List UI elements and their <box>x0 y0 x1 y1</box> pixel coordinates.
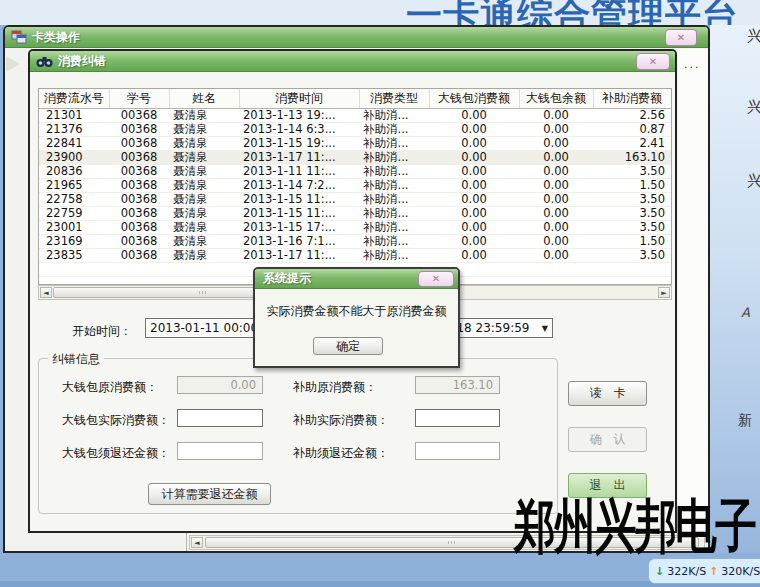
table-cell: 00368 <box>109 206 169 220</box>
column-header[interactable]: 消费类型 <box>359 89 429 108</box>
table-cell: 2013-1-17 11:... <box>239 248 359 262</box>
table-cell: 00368 <box>109 248 169 262</box>
table-header: 消费流水号学号姓名消费时间消费类型大钱包消费额大钱包余额补助消费额 <box>39 89 671 108</box>
table-row[interactable]: 2083600368聂清泉2013-1-11 11:...补助消...0.000… <box>39 164 671 178</box>
consumption-table-wrap: 消费流水号学号姓名消费时间消费类型大钱包消费额大钱包余额补助消费额 213010… <box>38 88 672 285</box>
read-card-button[interactable]: 读 卡 <box>568 381 647 406</box>
table-cell: 补助消... <box>359 206 429 220</box>
column-header[interactable]: 补助消费额 <box>593 89 671 108</box>
table-cell: 00368 <box>109 192 169 206</box>
table-cell: 0.00 <box>429 122 519 136</box>
column-header[interactable]: 消费流水号 <box>39 89 109 108</box>
table-row[interactable]: 2316900368聂清泉2013-1-16 7:1...补助消...0.000… <box>39 234 671 248</box>
column-header[interactable]: 大钱包消费额 <box>429 89 519 108</box>
column-header[interactable]: 学号 <box>109 89 169 108</box>
table-cell: 0.00 <box>519 136 593 150</box>
table-cell: 2013-1-15 19:... <box>239 136 359 150</box>
table-cell: 补助消... <box>359 136 429 150</box>
consumption-correction-titlebar[interactable]: 消费纠错 <box>30 51 675 72</box>
list-ellipsis: ... <box>684 58 701 71</box>
table-cell: 补助消... <box>359 164 429 178</box>
table-cell: 0.00 <box>519 150 593 164</box>
background-list-strip <box>678 49 708 532</box>
wallet-actual-input[interactable] <box>177 409 263 427</box>
table-row[interactable]: 2137600368聂清泉2013-1-14 6:3...补助消...0.000… <box>39 122 671 136</box>
subsidy-refund-label: 补助须退还金额： <box>293 445 389 462</box>
table-cell: 22759 <box>39 206 109 220</box>
table-cell: 0.00 <box>429 248 519 262</box>
table-row[interactable]: 2275800368聂清泉2013-1-15 11:...补助消...0.000… <box>39 192 671 206</box>
table-cell: 21301 <box>39 108 109 122</box>
table-cell: 聂清泉 <box>169 234 239 248</box>
column-header[interactable]: 消费时间 <box>239 89 359 108</box>
table-cell: 3.50 <box>593 206 671 220</box>
wallet-actual-label: 大钱包实际消费额： <box>62 412 170 429</box>
scroll-left-icon[interactable]: ◄ <box>40 287 52 298</box>
window-title: 卡类操作 <box>32 29 80 46</box>
table-row[interactable]: 2390000368聂清泉2013-1-17 11:...补助消...0.000… <box>39 150 671 164</box>
table-cell: 00368 <box>109 234 169 248</box>
table-cell: 0.00 <box>429 234 519 248</box>
table-cell: 0.00 <box>519 164 593 178</box>
table-cell: 163.10 <box>593 150 671 164</box>
close-icon[interactable]: ✕ <box>636 53 670 70</box>
subsidy-refund-field <box>415 442 500 460</box>
subsidy-actual-label: 补助实际消费额： <box>293 412 389 429</box>
table-cell: 3.50 <box>593 248 671 262</box>
table-cell <box>39 262 109 276</box>
table-row[interactable]: 2383500368聂清泉2013-1-17 11:...补助消...0.000… <box>39 248 671 262</box>
close-icon[interactable]: ✕ <box>665 29 697 46</box>
wallet-original-label: 大钱包原消费额： <box>62 379 158 396</box>
table-cell: 聂清泉 <box>169 122 239 136</box>
calculate-refund-button[interactable]: 计算需要退还金额 <box>148 483 271 505</box>
table-cell: 0.00 <box>519 178 593 192</box>
chevron-down-icon[interactable]: ▼ <box>542 324 548 333</box>
subsidy-actual-input[interactable] <box>415 409 500 427</box>
table-row[interactable]: 2130100368聂清泉2013-1-13 19:...补助消...0.000… <box>39 108 671 122</box>
sidebar-fragment: 新 <box>738 412 752 430</box>
table-cell: 补助消... <box>359 248 429 262</box>
table-cell: 2.41 <box>593 136 671 150</box>
desktop: 一卡通综合管理平台 兴 兴 兴 A 新 卡类操作 ✕ ... ◄ <box>0 0 760 587</box>
table-row[interactable]: 2275900368聂清泉2013-1-15 11:...补助消...0.000… <box>39 206 671 220</box>
wallet-original-field: 0.00 <box>177 376 263 394</box>
table-cell: 2013-1-16 7:1... <box>239 234 359 248</box>
table-cell: 23169 <box>39 234 109 248</box>
table-cell: 2013-1-13 19:... <box>239 108 359 122</box>
table-cell: 聂清泉 <box>169 206 239 220</box>
wallet-refund-label: 大钱包须退还金额： <box>62 445 170 462</box>
table-cell <box>169 276 239 285</box>
table-cell: 0.00 <box>519 234 593 248</box>
table-cell: 聂清泉 <box>169 248 239 262</box>
table-cell: 0.00 <box>519 206 593 220</box>
table-cell <box>593 276 671 285</box>
table-cell: 3.50 <box>593 164 671 178</box>
table-cell: 22841 <box>39 136 109 150</box>
table-cell: 2013-1-15 17:... <box>239 220 359 234</box>
wallet-refund-field <box>177 442 263 460</box>
ok-button[interactable]: 确定 <box>313 337 383 355</box>
table-cell <box>519 262 593 276</box>
table-cell: 00368 <box>109 108 169 122</box>
column-header[interactable]: 姓名 <box>169 89 239 108</box>
table-cell: 00368 <box>109 220 169 234</box>
card-operations-titlebar[interactable]: 卡类操作 <box>5 27 708 48</box>
column-header[interactable]: 大钱包余额 <box>519 89 593 108</box>
table-row[interactable]: 2284100368聂清泉2013-1-15 19:...补助消...0.000… <box>39 136 671 150</box>
table-row[interactable]: 2196500368聂清泉2013-1-14 7:2...补助消...0.000… <box>39 178 671 192</box>
table-row[interactable]: 2300100368聂清泉2013-1-15 17:...补助消...0.000… <box>39 220 671 234</box>
binoculars-icon <box>36 55 53 68</box>
table-cell: 聂清泉 <box>169 178 239 192</box>
close-icon[interactable]: ✕ <box>418 271 454 287</box>
platform-title: 一卡通综合管理平台 <box>406 0 739 25</box>
divider <box>186 533 187 551</box>
table-cell <box>169 262 239 276</box>
table-cell: 00368 <box>109 178 169 192</box>
table-cell: 23835 <box>39 248 109 262</box>
scroll-left-icon[interactable]: ◄ <box>191 537 203 548</box>
scroll-right-icon[interactable]: ► <box>658 287 670 298</box>
upload-speed: 320K/S <box>721 565 760 578</box>
system-prompt-dialog: 系统提示 ✕ 实际消费金额不能大于原消费金额 确定 <box>253 267 460 368</box>
decorative-mark <box>6 56 20 72</box>
consumption-table[interactable]: 消费流水号学号姓名消费时间消费类型大钱包消费额大钱包余额补助消费额 213010… <box>39 89 672 285</box>
